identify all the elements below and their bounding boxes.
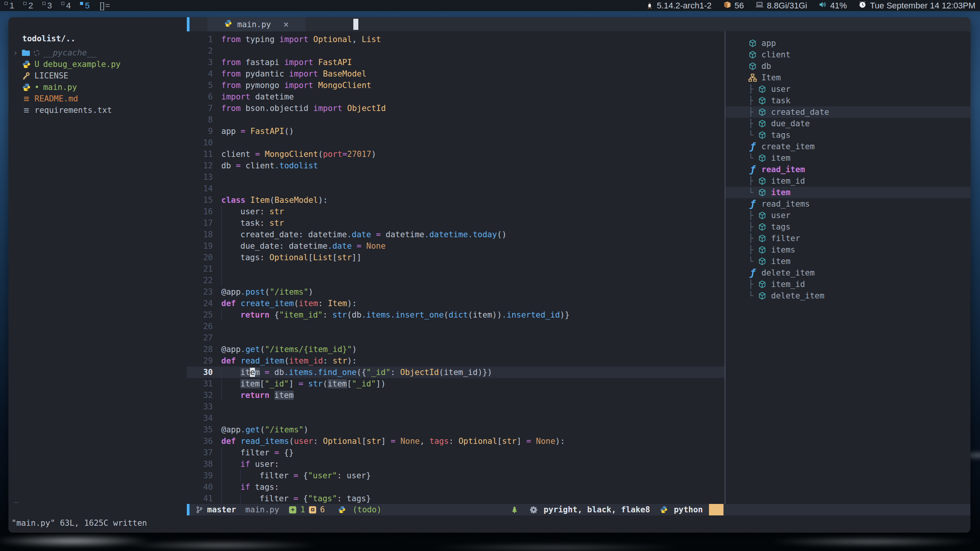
outline-item-delete_item[interactable]: └ delete_item (725, 290, 970, 302)
code-line-16[interactable]: 16user: str (187, 206, 725, 217)
code-line-19[interactable]: 19due_date: datetime.date = None (187, 240, 725, 252)
code-line-20[interactable]: 20tags: Optional[List[str]] (187, 252, 725, 263)
code-line-35[interactable]: 35@app.get("/items") (187, 424, 725, 435)
code-line-18[interactable]: 18created_date: datetime.date = datetime… (187, 229, 725, 240)
cube-icon (758, 246, 766, 254)
outline-item-read_item[interactable]: ƒread_item (725, 164, 970, 175)
tree-item-readme-md[interactable]: ≡README.md (8, 93, 187, 104)
outline-item-item[interactable]: └ item (725, 152, 970, 164)
outline-item-due_date[interactable]: ├ due_date (725, 118, 970, 129)
code-line-36[interactable]: 36def read_items(user: Optional[str] = N… (187, 435, 725, 447)
code-line-8[interactable]: 8 (187, 114, 725, 126)
code-line-12[interactable]: 12db = client.todolist (187, 160, 725, 171)
outline-item-tags[interactable]: └ tags (725, 129, 970, 141)
cube-icon (758, 108, 766, 116)
code-line-41[interactable]: 41filter = {"tags": tags} (187, 493, 725, 504)
code-line-9[interactable]: 9app = FastAPI() (187, 126, 725, 137)
code-line-26[interactable]: 26 (187, 321, 725, 332)
outline-item-item[interactable]: └ item (725, 187, 970, 198)
outline-item-item[interactable]: └ item (725, 256, 970, 267)
code-line-11[interactable]: 11client = MongoClient(port=27017) (187, 148, 725, 160)
code-line-37[interactable]: 37filter = {} (187, 447, 725, 458)
tree-item---pycache--[interactable]: ›__pycache__ (8, 47, 187, 59)
code-editor[interactable]: 1from typing import Optional, List23from… (187, 31, 725, 504)
code-line-39[interactable]: 39filter = {"user": user} (187, 470, 725, 481)
code-token: client (221, 150, 255, 159)
code-line-3[interactable]: 3from fastapi import FastAPI (187, 57, 725, 68)
outline-item-item_id[interactable]: ├ item_id (725, 175, 970, 187)
outline-item-Item[interactable]: Item (725, 72, 970, 83)
outline-item-user[interactable]: ├ user (725, 210, 970, 221)
code-line-7[interactable]: 7from bson.objectid import ObjectId (187, 103, 725, 114)
outline-item-app[interactable]: app (725, 37, 970, 49)
outline-item-filter[interactable]: ├ filter (725, 233, 970, 244)
outline-item-created_date[interactable]: ├ created_date (725, 106, 970, 118)
outline-item-item_id[interactable]: ├ item_id (725, 279, 970, 290)
code-line-6[interactable]: 6import datetime (187, 91, 725, 103)
line-number: 25 (187, 310, 221, 320)
git-branch-icon (196, 506, 203, 514)
outline-item-delete_item[interactable]: ƒdelete_item (725, 267, 970, 279)
code-line-21[interactable]: 21 (187, 263, 725, 275)
code-line-27[interactable]: 27 (187, 332, 725, 344)
code-line-33[interactable]: 33 (187, 401, 725, 412)
code-line-31[interactable]: 31item["_id"] = str(item["_id"]) (187, 378, 725, 390)
code-line-4[interactable]: 4from pydantic import BaseModel (187, 68, 725, 80)
close-icon[interactable]: × (283, 19, 289, 30)
outline-item-tags[interactable]: ├ tags (725, 221, 970, 233)
code-line-5[interactable]: 5from pymongo import MongoClient (187, 80, 725, 91)
code-token: create_item (241, 299, 294, 308)
workspace-3[interactable]: 3 (38, 0, 57, 11)
code-line-40[interactable]: 40if tags: (187, 481, 725, 493)
outline-item-create_item[interactable]: ƒcreate_item (725, 141, 970, 152)
code-line-17[interactable]: 17task: str (187, 217, 725, 229)
code-line-28[interactable]: 28@app.get("/items/{item_id}") (187, 344, 725, 355)
tree-item-main-py[interactable]: •main.py (8, 82, 187, 93)
code-token: ): (318, 196, 328, 205)
code-line-10[interactable]: 10 (187, 137, 725, 148)
code-line-29[interactable]: 29def read_item(item_id: str): (187, 355, 725, 367)
workspace-1[interactable]: 1 (0, 0, 19, 11)
code-line-34[interactable]: 34 (187, 412, 725, 424)
code-token: = (294, 471, 299, 480)
workspace-4[interactable]: 4 (57, 0, 75, 11)
code-line-14[interactable]: 14 (187, 183, 725, 194)
code-line-1[interactable]: 1from typing import Optional, List (187, 34, 725, 45)
tab-main-py[interactable]: main.py × (207, 17, 305, 31)
outline-item-read_items[interactable]: ƒread_items (725, 198, 970, 210)
code-line-15[interactable]: 15class Item(BaseModel): (187, 194, 725, 206)
workspace-5[interactable]: 5 (75, 0, 94, 11)
code-token: "_id" (366, 368, 390, 377)
code-line-22[interactable]: 22 (187, 275, 725, 286)
status-clock-text: Tue September 14 12:03PM (870, 1, 975, 11)
outline-item-user[interactable]: ├ user (725, 83, 970, 95)
tree-item-requirements-txt[interactable]: ≡requirements.txt (8, 104, 187, 116)
outline-item-items[interactable]: ├ items (725, 244, 970, 256)
code-line-23[interactable]: 23@app.post("/items") (187, 286, 725, 298)
workspace-2[interactable]: 2 (19, 0, 38, 11)
code-line-38[interactable]: 38if user: (187, 458, 725, 470)
code-token: = (255, 150, 260, 159)
code-token: BaseModel (318, 69, 366, 78)
code-token: Optional (270, 253, 308, 262)
code-token: .inserted_id (502, 310, 560, 320)
indent-guide (240, 493, 260, 504)
tree-item-license[interactable]: LICENSE (8, 70, 187, 82)
code-token: = (391, 437, 396, 446)
tree-item-debug-example-py[interactable]: Udebug_example.py (8, 59, 187, 70)
outline-item-db[interactable]: db (725, 60, 970, 72)
code-line-2[interactable]: 2 (187, 45, 725, 57)
indent-guide (221, 217, 240, 229)
code-line-24[interactable]: 24def create_item(item: Item): (187, 298, 725, 309)
code-line-25[interactable]: 25return {"item_id": str(db.items.insert… (187, 309, 725, 321)
outline-item-client[interactable]: client (725, 49, 970, 60)
code-line-13[interactable]: 13 (187, 171, 725, 183)
code-line-30[interactable]: 30item = db.items.find_one({"_id": Objec… (187, 367, 725, 378)
code-line-32[interactable]: 32return item (187, 390, 725, 401)
status-clock: Tue September 14 12:03PM (858, 0, 975, 11)
code-token: str (270, 207, 284, 216)
empty-buffer-marker: ~ (14, 498, 19, 507)
outline-item-task[interactable]: ├ task (725, 95, 970, 106)
line-number: 1 (187, 35, 221, 44)
symbol-name: delete_item (771, 291, 824, 300)
